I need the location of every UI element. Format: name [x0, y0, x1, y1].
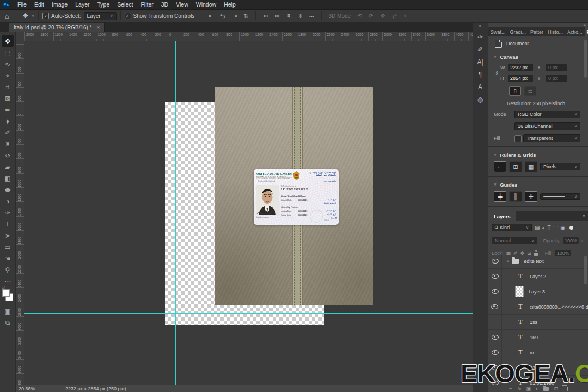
visibility-toggle[interactable] [488, 254, 502, 268]
horizontal-ruler[interactable]: 2000180016001400120010008006004002000200… [24, 32, 473, 41]
panel-tab[interactable]: Actio... [565, 27, 585, 36]
menu-item[interactable]: Layer [71, 0, 93, 9]
auto-select-dropdown[interactable]: Layer ∨ [84, 12, 117, 20]
eyedropper-tool[interactable]: ✒ [2, 104, 14, 115]
history-brush-tool[interactable]: ↺ [2, 150, 14, 161]
menu-item[interactable]: Edit [30, 0, 48, 9]
eraser-tool[interactable]: ▰ [2, 161, 14, 173]
visibility-toggle[interactable] [488, 299, 502, 314]
dodge-tool[interactable]: ◑ [2, 195, 14, 207]
marquee-tool[interactable]: ⬚ [2, 47, 14, 58]
vertical-guide-2[interactable] [311, 41, 311, 385]
toggle-grid-button[interactable]: ⊞ [509, 161, 522, 172]
shape-tool[interactable]: ▭ [2, 241, 14, 253]
y-field[interactable]: 0 px [546, 75, 567, 82]
panel-tab[interactable]: Swat... [488, 27, 508, 36]
fill-dropdown[interactable]: Transparent ∨ [523, 134, 580, 142]
screen-mode-icon[interactable]: ⧉ [2, 317, 14, 328]
panel-tab[interactable]: Histo... [546, 27, 565, 36]
color-swatches[interactable]: ◲ [2, 289, 13, 301]
layer-row[interactable]: ∨ T Layer 3 [488, 284, 588, 299]
distribute-left-icon[interactable]: ⇹ [260, 13, 271, 20]
visibility-toggle[interactable] [488, 269, 502, 284]
distribute-top-icon[interactable]: ⇞ [283, 13, 295, 20]
vertical-guide-1[interactable] [175, 41, 176, 385]
layer-name[interactable]: cilta0000000...<<<<<<<0 d [530, 304, 588, 310]
filter-toggle-icon[interactable] [569, 226, 573, 230]
menu-item[interactable]: Filter [137, 0, 157, 9]
opacity-field[interactable]: 100% [563, 237, 579, 244]
crop-tool[interactable]: ⌗ [2, 81, 14, 93]
units-dropdown[interactable]: Pixels ∨ [540, 163, 580, 170]
glyphs-panel-icon[interactable]: A [474, 81, 486, 93]
layer-name[interactable]: 1ss [530, 320, 537, 325]
menu-item[interactable]: 3D [157, 0, 172, 9]
landscape-orientation-button[interactable]: ▭ [524, 86, 536, 96]
layer-name[interactable]: Layer 2 [530, 274, 546, 279]
layer-name[interactable]: m [530, 350, 534, 356]
pen-tool[interactable]: ✑ [2, 207, 14, 218]
move-tool-preset-icon[interactable]: ✥ [20, 12, 31, 20]
blur-tool[interactable]: ⬬ [2, 184, 14, 195]
layers-scrollbar[interactable] [584, 256, 587, 284]
layer-row[interactable]: ∨ T cilta0000000...<<<<<<<0 d [488, 299, 588, 315]
menu-item[interactable]: Type [93, 0, 113, 9]
fill-swatch[interactable] [514, 135, 522, 142]
panel-tab[interactable]: Gradi... [508, 27, 529, 36]
width-field[interactable]: 2232 px [508, 64, 533, 71]
character-panel-icon[interactable]: A| [474, 56, 486, 68]
visibility-toggle[interactable] [488, 284, 502, 299]
layers-tab[interactable]: Layers [488, 211, 516, 221]
foreground-color-swatch[interactable] [2, 289, 10, 297]
move-tool[interactable]: ✥ [2, 35, 14, 47]
vertical-ruler[interactable]: 8006004002000200400600800100012001400160… [15, 41, 24, 385]
gradient-tool[interactable]: ◧ [2, 173, 14, 184]
distribute-bottom-icon[interactable]: ⇟ [295, 13, 306, 20]
guides-section-header[interactable]: ∨ Guides [488, 179, 588, 190]
filter-adjustment-layers-icon[interactable]: ◐ [541, 225, 546, 231]
rulers-grids-section-header[interactable]: ∨ Rulers & Grids [488, 149, 588, 160]
horizontal-guide-2[interactable] [24, 313, 473, 314]
toggle-rulers-button[interactable]: ⌐ [494, 161, 506, 172]
group-chevron-icon[interactable]: ∨ [506, 259, 509, 264]
canvas-area[interactable]: UNITED ARAB EMIRATES FEDERAL AUTHORITY F… [24, 41, 473, 385]
filter-smart-objects-icon[interactable]: ▣ [559, 225, 566, 231]
layer-row[interactable]: ∨ T 169 [488, 330, 588, 345]
paragraph-panel-icon[interactable]: ¶ [474, 69, 486, 80]
menu-item[interactable]: File [14, 0, 30, 9]
toggle-guides-button[interactable]: ╪ [494, 191, 506, 202]
snap-to-guides-button[interactable]: ✛ [525, 191, 537, 202]
quick-mask-icon[interactable]: ▣ [2, 305, 14, 317]
visibility-toggle[interactable] [488, 315, 502, 329]
object-selection-tool[interactable]: ⌖ [2, 70, 14, 81]
properties-scrollbar[interactable] [584, 40, 587, 78]
lasso-tool[interactable]: ∿ [2, 58, 14, 70]
tool-preset-caret-icon[interactable]: ∨ [32, 14, 34, 18]
layer-row[interactable]: ∨ T edite text [488, 254, 588, 269]
healing-brush-tool[interactable]: ⬧ [2, 115, 14, 127]
align-vertical-centers-icon[interactable]: ⇅ [240, 13, 252, 20]
layer-row[interactable]: ∨ T Layer 2 [488, 269, 588, 284]
layer-name[interactable]: edite text [524, 259, 544, 264]
align-horizontal-centers-icon[interactable]: ⇆ [217, 13, 229, 20]
frame-tool[interactable]: ⊠ [2, 93, 14, 104]
layer-name[interactable]: Layer 3 [529, 289, 545, 295]
id-card-layer[interactable]: UNITED ARAB EMIRATES FEDERAL AUTHORITY F… [254, 169, 339, 225]
canvas-section-header[interactable]: ∨ Canvas [488, 51, 588, 62]
document-tab[interactable]: Italy id.psd @ 20.7% (RGB/16) * × [9, 22, 105, 32]
type-tool[interactable]: T [2, 218, 14, 230]
default-colors-icon[interactable]: ◲ [2, 285, 5, 289]
layer-filter-dropdown[interactable]: ⚲ Kind ∨ [492, 224, 532, 231]
expand-panels-icon[interactable]: » [479, 23, 481, 28]
guide-style-dropdown[interactable]: ∨ [540, 193, 580, 200]
distribute-horizontal-icon[interactable]: ⇼ [271, 13, 283, 20]
menu-item[interactable]: Image [48, 0, 71, 9]
visibility-toggle[interactable] [488, 345, 502, 360]
bit-depth-dropdown[interactable]: 16 Bits/Channel ∨ [514, 122, 580, 130]
filter-shape-layers-icon[interactable]: ⬚ [552, 225, 559, 231]
hand-tool[interactable]: ☚ [2, 253, 14, 264]
menu-item[interactable]: View [172, 0, 192, 9]
visibility-toggle[interactable] [488, 330, 502, 345]
menu-item[interactable]: Help [220, 0, 240, 9]
panel-tab[interactable]: Properties [585, 27, 588, 36]
